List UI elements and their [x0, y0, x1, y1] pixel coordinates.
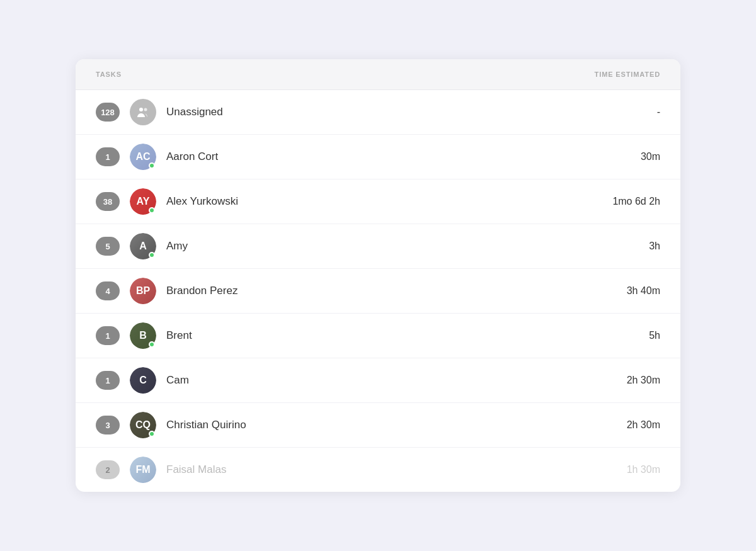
time-estimate-amy: 3h	[585, 241, 660, 252]
table-row[interactable]: 4BPBrandon Perez3h 40m	[76, 269, 680, 314]
main-card: TASKS TIME ESTIMATED 128 Unassigned-1ACA…	[76, 59, 680, 492]
task-count-alex: 38	[96, 192, 120, 211]
avatar-wrap-christian: CQ	[130, 412, 156, 438]
task-count-christian: 3	[96, 416, 120, 435]
online-indicator-amy	[149, 252, 155, 258]
table-row[interactable]: 2FMFaisal Malas1h 30m	[76, 448, 680, 492]
time-estimate-aaron: 30m	[585, 151, 660, 162]
avatar-wrap-unassigned	[130, 99, 156, 125]
task-count-cam: 1	[96, 371, 120, 390]
row-left-christian: 3CQChristian Quirino	[96, 412, 246, 438]
task-count-unassigned: 128	[96, 103, 120, 122]
time-estimate-brandon: 3h 40m	[585, 285, 660, 297]
table-row[interactable]: 1ACAaron Cort30m	[76, 135, 680, 179]
table-header: TASKS TIME ESTIMATED	[76, 59, 680, 90]
table-body: 128 Unassigned-1ACAaron Cort30m38AYAlex …	[76, 90, 680, 492]
table-row[interactable]: 38AYAlex Yurkowski1mo 6d 2h	[76, 179, 680, 224]
avatar-wrap-brandon: BP	[130, 278, 156, 304]
time-estimate-unassigned: -	[585, 106, 660, 118]
time-estimate-faisal: 1h 30m	[585, 464, 660, 475]
row-left-cam: 1CCam	[96, 367, 189, 394]
row-left-brent: 1BBrent	[96, 322, 192, 349]
row-left-amy: 5AAmy	[96, 233, 188, 259]
person-name-alex: Alex Yurkowski	[166, 195, 238, 208]
online-indicator-aaron	[149, 162, 155, 169]
avatar-brandon: BP	[130, 278, 156, 304]
task-count-amy: 5	[96, 237, 120, 256]
online-indicator-christian	[149, 431, 155, 437]
avatar-cam: C	[130, 367, 156, 394]
table-row[interactable]: 1CCam2h 30m	[76, 358, 680, 403]
tasks-column-label: TASKS	[96, 71, 122, 78]
person-name-brent: Brent	[166, 329, 192, 342]
avatar-wrap-alex: AY	[130, 188, 156, 215]
person-name-aaron: Aaron Cort	[166, 151, 218, 163]
time-estimate-christian: 2h 30m	[585, 419, 660, 431]
task-count-brent: 1	[96, 326, 120, 345]
avatar-faisal: FM	[130, 457, 156, 483]
person-name-brandon: Brandon Perez	[166, 285, 238, 297]
row-left-faisal: 2FMFaisal Malas	[96, 457, 226, 483]
table-row[interactable]: 3CQChristian Quirino2h 30m	[76, 403, 680, 448]
task-count-brandon: 4	[96, 281, 120, 300]
svg-point-1	[144, 108, 147, 111]
table-row[interactable]: 5AAmy3h	[76, 224, 680, 269]
time-estimate-alex: 1mo 6d 2h	[585, 196, 660, 207]
online-indicator-alex	[149, 207, 155, 213]
person-name-amy: Amy	[166, 240, 188, 253]
person-name-faisal: Faisal Malas	[166, 463, 226, 476]
task-count-aaron: 1	[96, 147, 120, 166]
table-row[interactable]: 1BBrent5h	[76, 314, 680, 358]
avatar-wrap-amy: A	[130, 233, 156, 259]
avatar-wrap-cam: C	[130, 367, 156, 394]
svg-point-0	[139, 108, 143, 111]
person-name-cam: Cam	[166, 374, 189, 387]
online-indicator-brent	[149, 341, 155, 348]
row-left-unassigned: 128 Unassigned	[96, 99, 223, 125]
time-estimate-cam: 2h 30m	[585, 375, 660, 386]
avatar-wrap-aaron: AC	[130, 144, 156, 170]
person-name-unassigned: Unassigned	[166, 106, 223, 118]
row-left-brandon: 4BPBrandon Perez	[96, 278, 238, 304]
time-column-label: TIME ESTIMATED	[595, 71, 660, 78]
time-estimate-brent: 5h	[585, 330, 660, 341]
task-count-faisal: 2	[96, 460, 120, 479]
person-name-christian: Christian Quirino	[166, 419, 246, 431]
avatar-wrap-faisal: FM	[130, 457, 156, 483]
table-row[interactable]: 128 Unassigned-	[76, 90, 680, 135]
row-left-aaron: 1ACAaron Cort	[96, 144, 218, 170]
avatar-unassigned	[130, 99, 156, 125]
avatar-wrap-brent: B	[130, 322, 156, 349]
row-left-alex: 38AYAlex Yurkowski	[96, 188, 238, 215]
